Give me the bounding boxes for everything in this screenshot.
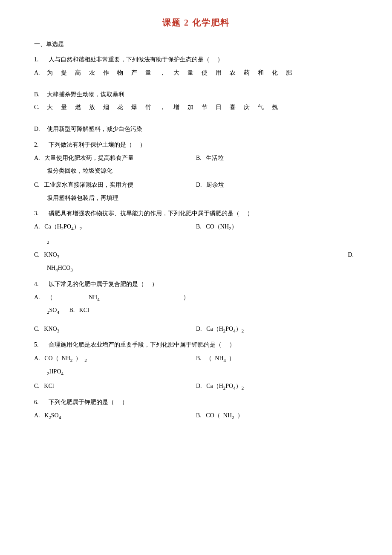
q3-optC-label: C. [34, 251, 43, 258]
page-title: 课题 2 化学肥料 [34, 17, 358, 29]
q1-optB-label: B. [34, 89, 47, 101]
question-2: 2. 下列做法有利于保护土壤的是（ ） A. 大量使用化肥农药，提高粮食产量 B… [34, 139, 358, 204]
question-6: 6. 下列化肥属于钾肥的是（ ） A. K2SO4 B. CO（ NH2 ） [34, 397, 358, 422]
q3-optD-label: D. [348, 251, 354, 258]
q6-optA-label: A. [34, 412, 43, 419]
q3-optB-label: B. [196, 223, 205, 230]
q4-optC-label: C. [34, 326, 43, 332]
section-header: 一、单选题 [34, 40, 358, 48]
q1-text: 人与自然和谐相处非常重要，下列做法有助于保护生态的是（ ） [49, 56, 223, 63]
q4-optA-sub: 2SO4 [47, 307, 59, 313]
q4-number: 4. [34, 279, 39, 289]
q6-optB-label: B. [196, 412, 205, 419]
q5-number: 5. [34, 339, 39, 350]
q1-optD-label: D. [34, 124, 47, 135]
q6-text: 下列化肥属于钾肥的是（ ） [49, 399, 128, 405]
q2-optA-text: 大量使用化肥农药，提高粮食产量 [44, 155, 134, 161]
q3-optA-text: Ca（H2PO4）2 [44, 223, 82, 230]
q2-optB-label: B. [196, 155, 205, 161]
q5-optD-text: Ca（H2PO4）2 [206, 383, 244, 389]
q4-optA-label: A. [34, 292, 47, 304]
q5-optA-text: CO（ NH2 ） 2 [44, 355, 87, 361]
question-3: 3. 磷肥具有增强农作物抗寒、抗旱能力的作用，下列化肥中属于磷肥的是（ ） A.… [34, 208, 358, 275]
q1-optB-text: 大肆捕杀野生动物，谋取暴利 [47, 89, 358, 101]
q1-number: 1. [34, 54, 39, 65]
q1-optA-text: 为 提 高 农 作 物 产 量 ， 大 量 使 用 农 药 和 化 肥 [47, 67, 358, 79]
question-5: 5. 合理施用化肥是农业增产的重要手段，下列化肥中属于钾肥的是（ ） A. CO… [34, 339, 358, 392]
q2-optD-label: D. [196, 182, 205, 188]
q2-optB-text: 生活垃 [206, 155, 224, 161]
q2-optC-text: 工业废水直接灌溉农田，实用方便 [44, 182, 133, 188]
q5-optD-label: D. [196, 383, 205, 389]
q5-optB-label: B. [196, 355, 205, 361]
q5-optC-text: KCl [44, 383, 54, 389]
q1-optC-text: 大 量 燃 放 烟 花 爆 竹 ， 增 加 节 日 喜 庆 气 氛 [47, 102, 358, 113]
q4-optB-text: KCl [79, 307, 89, 313]
q1-optA-label: A. [34, 67, 47, 79]
q1-optC-label: C. [34, 102, 47, 113]
q2-number: 2. [34, 139, 39, 150]
q6-number: 6. [34, 397, 39, 408]
q3-optC-text: KNO3 [44, 251, 59, 258]
q3-optB-sub: 2 [47, 237, 49, 243]
q6-optA-text: K2SO4 [44, 412, 61, 419]
q2-optB-cont: 圾分类回收，垃圾资源化 [47, 168, 112, 174]
q4-text: 以下常见的化肥中属于复合肥的是（ ） [49, 281, 158, 287]
q3-optA-label: A. [34, 223, 43, 230]
q3-text: 磷肥具有增强农作物抗寒、抗旱能力的作用，下列化肥中属于磷肥的是（ ） [49, 210, 253, 217]
q5-optB-sub: 2HPO4 [47, 368, 63, 375]
question-1: 1. 人与自然和谐相处非常重要，下列做法有助于保护生态的是（ ） A. 为 提 … [34, 54, 358, 135]
q1-optD-text: 使用新型可降解塑料，减少白色污染 [47, 124, 358, 135]
q2-optD-cont: 圾用塑料袋包装后，再填理 [47, 195, 118, 201]
q5-optB-text: （ NH4 ） [206, 355, 235, 361]
question-4: 4. 以下常见的化肥中属于复合肥的是（ ） A. （ NH4 ） 2SO4 B.… [34, 279, 358, 335]
q5-text: 合理施用化肥是农业增产的重要手段，下列化肥中属于钾肥的是（ ） [49, 341, 235, 348]
q2-text: 下列做法有利于保护土壤的是（ ） [49, 142, 146, 148]
q5-optA-label: A. [34, 355, 43, 361]
q4-optC-text: KNO3 [44, 326, 59, 332]
q4-optD-text: Ca（H2PO4）2 [206, 326, 244, 332]
q2-optD-text: 厨余垃 [206, 182, 224, 188]
q5-optC-label: C. [34, 383, 43, 389]
q3-number: 3. [34, 208, 39, 219]
q4-optD-label: D. [196, 326, 205, 332]
q3-optD-text: NH4HCO3 [47, 265, 73, 271]
q2-optC-label: C. [34, 182, 43, 188]
q4-optB-label: B. [69, 307, 78, 313]
q2-optA-label: A. [34, 155, 43, 161]
q4-optA-text: （ NH4 ） [47, 292, 189, 304]
q3-optB-text: CO（NH2） [206, 223, 237, 230]
q6-optB-text: CO（ NH2 ） [206, 412, 243, 419]
